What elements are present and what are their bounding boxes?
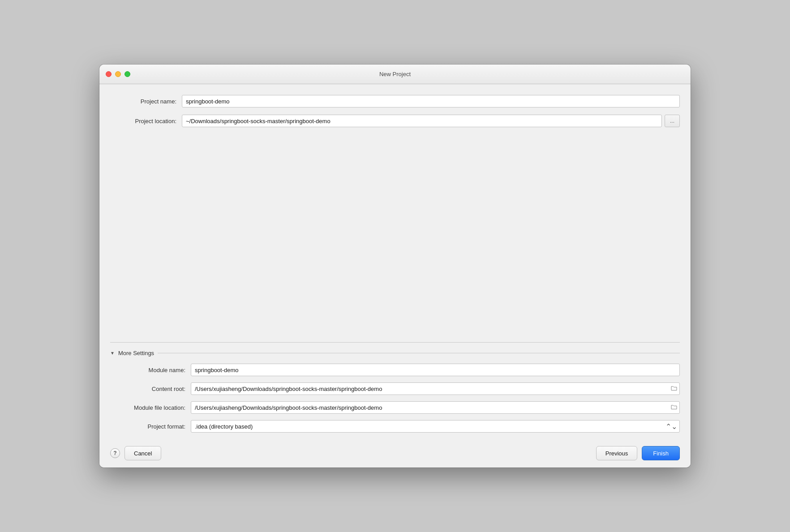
project-format-select-wrapper: .idea (directory based) .ipr (file based… bbox=[191, 420, 680, 433]
close-button[interactable] bbox=[106, 71, 112, 77]
module-name-label: Module name: bbox=[110, 367, 191, 373]
project-format-select[interactable]: .idea (directory based) .ipr (file based… bbox=[191, 420, 680, 433]
more-settings-header: ▼ More Settings bbox=[110, 342, 680, 356]
dialog-window: New Project Project name: Project locati… bbox=[99, 64, 691, 468]
module-file-location-browse-button[interactable] bbox=[671, 404, 677, 411]
project-name-row: Project name: bbox=[110, 95, 680, 107]
help-button[interactable]: ? bbox=[110, 448, 120, 458]
project-format-label: Project format: bbox=[110, 423, 191, 430]
project-name-label: Project name: bbox=[110, 98, 182, 105]
maximize-button[interactable] bbox=[125, 71, 130, 77]
project-location-row: Project location: ... bbox=[110, 115, 680, 127]
content-root-input[interactable] bbox=[191, 382, 680, 395]
footer-right: Previous Finish bbox=[596, 446, 680, 460]
more-settings-label: More Settings bbox=[118, 350, 154, 356]
traffic-lights bbox=[106, 71, 130, 77]
content-spacer bbox=[110, 134, 680, 342]
minimize-button[interactable] bbox=[115, 71, 121, 77]
dialog-footer: ? Cancel Previous Finish bbox=[99, 439, 691, 468]
module-file-location-input-group bbox=[191, 401, 680, 414]
project-location-input[interactable] bbox=[182, 115, 662, 127]
finish-button[interactable]: Finish bbox=[642, 446, 680, 460]
content-root-browse-button[interactable] bbox=[671, 385, 677, 392]
content-root-row: Content root: bbox=[110, 382, 680, 395]
window-title: New Project bbox=[379, 71, 411, 77]
content-root-input-group bbox=[191, 382, 680, 395]
project-location-label: Project location: bbox=[110, 118, 182, 124]
module-name-input[interactable] bbox=[191, 364, 680, 376]
more-settings-body: Module name: Content root: bbox=[110, 364, 680, 433]
more-settings-section: ▼ More Settings Module name: Content roo… bbox=[110, 342, 680, 439]
project-format-row: Project format: .idea (directory based) … bbox=[110, 420, 680, 433]
module-file-location-row: Module file location: bbox=[110, 401, 680, 414]
footer-left: ? Cancel bbox=[110, 446, 161, 460]
cancel-button[interactable]: Cancel bbox=[125, 446, 161, 460]
previous-button[interactable]: Previous bbox=[596, 446, 638, 460]
module-name-row: Module name: bbox=[110, 364, 680, 376]
module-file-location-label: Module file location: bbox=[110, 404, 191, 411]
content-root-label: Content root: bbox=[110, 386, 191, 392]
project-location-browse-button[interactable]: ... bbox=[665, 115, 680, 127]
project-name-input[interactable] bbox=[182, 95, 680, 107]
title-bar: New Project bbox=[99, 64, 691, 84]
more-settings-divider bbox=[158, 353, 680, 353]
project-location-input-group: ... bbox=[182, 115, 680, 127]
expand-arrow-icon[interactable]: ▼ bbox=[110, 351, 115, 356]
module-file-location-input[interactable] bbox=[191, 401, 680, 414]
dialog-content: Project name: Project location: ... ▼ Mo… bbox=[99, 84, 691, 439]
